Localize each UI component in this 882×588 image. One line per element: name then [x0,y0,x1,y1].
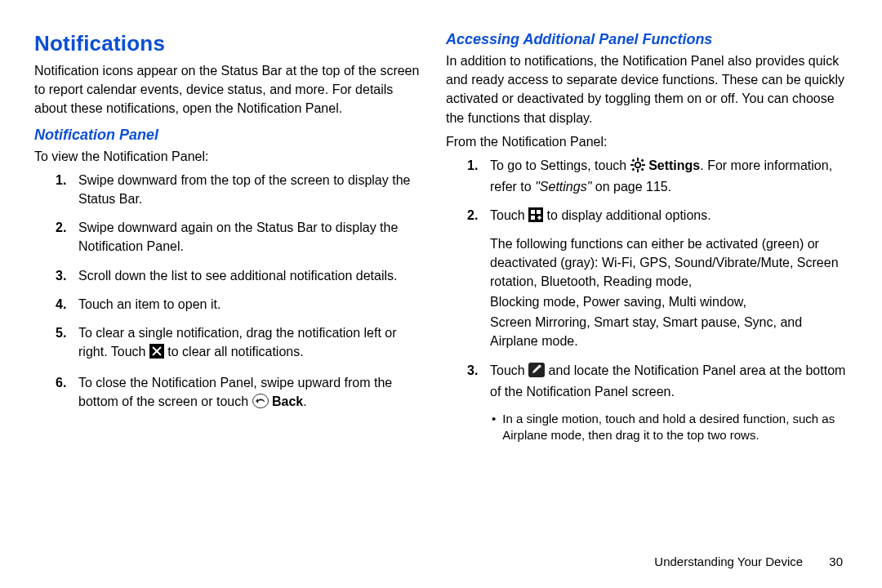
bullet-icon: • [492,411,496,444]
back-label: Back [272,394,303,408]
step-text: Touch an item to open it. [78,297,220,311]
step-text: Swipe downward again on the Status Bar t… [78,220,398,253]
pencil-edit-icon [528,363,545,382]
lead-text: To view the Notification Panel: [34,147,423,166]
right-step-3: 3. Touch and locate the Notification Pan… [490,361,848,444]
svg-rect-13 [528,207,543,222]
step-text-b: to clear all notifications. [167,345,303,359]
step-number: 2. [56,218,66,237]
gear-icon [630,158,645,177]
step-6: 6. To close the Notification Panel, swip… [78,373,423,413]
svg-point-4 [635,163,640,168]
heading-notifications: Notifications [34,31,423,56]
step-text: Swipe downward from the top of the scree… [78,173,410,206]
footer-page-number: 30 [829,555,843,568]
step-2: 2. Swipe downward again on the Status Ba… [78,218,423,256]
bullet-text: In a single motion, touch and hold a des… [502,411,848,444]
svg-rect-6 [637,169,639,172]
svg-rect-10 [640,158,644,162]
svg-rect-7 [630,164,634,166]
step-number: 3. [467,361,478,380]
close-x-icon [149,344,164,363]
svg-point-3 [252,394,268,408]
svg-rect-11 [631,168,635,172]
step-number: 5. [56,323,66,342]
svg-rect-8 [642,164,645,166]
grid-expand-icon [528,207,543,227]
settings-ref: "Settings" [535,180,591,194]
subheading-additional-functions: Accessing Additional Panel Functions [446,31,848,48]
step-text-a: Touch [490,363,528,377]
back-arrow-icon [252,394,269,413]
step-1: 1. Swipe downward from the top of the sc… [78,171,423,208]
subheading-notification-panel: Notification Panel [34,127,423,144]
step-4: 4. Touch an item to open it. [78,295,423,314]
footer: Understanding Your Device 30 [654,555,843,568]
step-text-a: To go to Settings, touch [490,158,630,172]
svg-rect-12 [640,168,644,172]
step-5: 5. To clear a single notification, drag … [78,323,423,363]
step-text-b: to display additional options. [547,208,711,222]
footer-chapter: Understanding Your Device [654,555,803,568]
step-text-c: on page 115. [591,180,671,194]
functions-list-3: Screen Mirroring, Smart stay, Smart paus… [490,313,848,350]
svg-rect-14 [531,210,535,214]
intro-text: Notification icons appear on the Status … [34,61,423,118]
step-number: 6. [56,373,66,392]
settings-label: Settings [648,158,700,172]
svg-rect-5 [637,158,639,161]
step-number: 4. [56,295,66,314]
functions-list-1: The following functions can either be ac… [490,234,848,292]
right-intro: In addition to notifications, the Notifi… [446,51,848,127]
step-number: 2. [467,206,478,225]
step-text-b: . [303,394,306,408]
step-text-a: To close the Notification Panel, swipe u… [78,376,392,408]
step-number: 3. [56,266,66,285]
functions-list-2: Blocking mode, Power saving, Multi windo… [490,292,848,311]
step-text: Scroll down the list to see additional n… [78,269,397,283]
bullet-item: • In a single motion, touch and hold a d… [490,411,848,444]
svg-rect-15 [537,210,541,214]
step-number: 1. [56,171,66,189]
step-number: 1. [467,156,478,175]
from-text: From the Notification Panel: [446,132,848,151]
step-text-a: Touch [490,208,528,222]
right-step-1: 1. To go to Settings, touch Settings. Fo… [490,156,848,196]
right-step-2: 2. Touch to display additional options. … [490,206,848,350]
svg-rect-9 [631,158,635,162]
svg-rect-16 [531,216,535,220]
step-3: 3. Scroll down the list to see additiona… [78,266,423,285]
